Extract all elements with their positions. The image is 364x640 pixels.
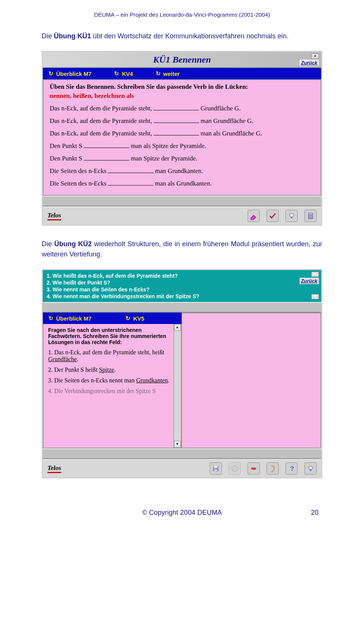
line-text: man Grundfläche G. — [201, 117, 253, 125]
list-item: 2. Der Punkt S heißt Spitze. — [48, 366, 176, 373]
svg-point-15 — [309, 466, 312, 470]
line-text: Den Punkt S — [50, 142, 82, 150]
para1-bold: Übung KÜ1 — [54, 32, 91, 40]
blank-input[interactable] — [84, 141, 129, 148]
list-item-cut: 4. Die Verbindungsstrecken mit der Spitz… — [48, 388, 176, 395]
eraser-icon[interactable] — [248, 210, 260, 222]
nav-bar: ↻Überblick M7 ↻KV4 ↻weiter — [43, 68, 321, 79]
toolbar: Telos — [43, 206, 321, 225]
nav-kv4[interactable]: ↻KV4 — [114, 71, 133, 77]
svg-point-5 — [310, 215, 311, 216]
app-title: KÜ1 Benennen — [153, 55, 211, 65]
back-link[interactable]: Zurück — [300, 278, 319, 284]
item-text: . — [168, 377, 169, 384]
scroll-up-icon[interactable]: ▴ — [311, 53, 319, 59]
refresh-icon: ↻ — [126, 316, 131, 321]
toolbar-2: Telos ? — [43, 459, 321, 477]
telos-logo: Telos — [47, 464, 61, 473]
svg-text:?: ? — [290, 465, 294, 472]
svg-rect-1 — [291, 217, 292, 219]
list-item: 3. Die Seiten des n-Ecks nennt man Grund… — [48, 377, 176, 384]
instruction-text-2: Fragen Sie nach den unterstrichenen Fach… — [48, 327, 176, 345]
lightbulb-icon[interactable] — [286, 210, 298, 222]
vertical-scrollbar[interactable]: ▴ ▾ — [174, 324, 181, 448]
scroll-down-icon[interactable]: ▾ — [311, 294, 319, 299]
blank-input[interactable] — [108, 179, 154, 186]
blank-input[interactable] — [154, 129, 199, 135]
para2-bold: Übung KÜ2 — [54, 240, 92, 248]
line-text: Das n-Eck, auf dem die Pyramide steht, — [50, 130, 152, 137]
window-ku1: KÜ1 Benennen ▴ Zurück ↻Überblick M7 ↻KV4… — [42, 51, 322, 226]
page-number: 20 — [303, 509, 318, 517]
scroll-up-icon[interactable]: ▴ — [174, 324, 181, 331]
check-icon[interactable] — [267, 210, 279, 222]
svg-point-6 — [311, 215, 312, 216]
help-icon[interactable]: ? — [286, 462, 298, 475]
scroll-up-icon[interactable]: ▴ — [311, 272, 319, 277]
lightbulb-icon[interactable] — [304, 462, 317, 475]
paragraph-1: Die Übung KÜ1 übt den Wortschatz der Kom… — [42, 31, 322, 41]
nav-kv5[interactable]: ↻KV5 — [126, 315, 144, 322]
teal-header: 1. Wie heißt das n-Eck, auf dem die Pyra… — [43, 270, 321, 302]
page-footer: © Copyright 2004 DEUMA 20 — [42, 509, 322, 517]
para1-after: übt den Wortschatz der Kommunikationsver… — [91, 32, 289, 40]
line-text: Den Punkt S — [50, 155, 82, 162]
svg-point-13 — [232, 466, 238, 472]
para2-before: Die — [42, 240, 54, 248]
svg-rect-16 — [310, 470, 311, 471]
blank-input[interactable] — [108, 166, 154, 173]
blank-input[interactable] — [154, 116, 199, 123]
hint-text: nennen, heißen, bezeichnen als — [50, 92, 314, 100]
titlebar: KÜ1 Benennen ▴ Zurück — [43, 52, 321, 68]
line-text: man als Grundfläche G. — [201, 130, 262, 137]
instruction-text: Üben Sie das Benennen. Schreiben Sie das… — [50, 83, 314, 91]
exercise-line-1: Das n-Eck, auf dem die Pyramide steht,Gr… — [50, 104, 314, 112]
line-text: man Grundkanten. — [155, 167, 203, 175]
answer-panel[interactable] — [182, 313, 322, 448]
line-text: man als Grundkanten. — [155, 180, 212, 187]
paragraph-2: Die Übung KÜ2 wiederholt Strukturen, die… — [42, 239, 322, 259]
exercise-left-panel: Fragen Sie nach den unterstrichenen Fach… — [43, 324, 182, 448]
copyright-text: © Copyright 2004 DEUMA — [61, 509, 303, 517]
item-text: 1. Das n-Eck, auf dem die Pyramide steht… — [48, 349, 164, 355]
header-q1: 1. Wie heißt das n-Eck, auf dem die Pyra… — [47, 273, 317, 279]
svg-rect-11 — [214, 466, 217, 468]
refresh-icon: ↻ — [49, 316, 54, 321]
blank-input[interactable] — [154, 104, 199, 110]
line-text: man als Spitze der Pyramide. — [131, 142, 206, 150]
telos-logo: Telos — [47, 212, 61, 220]
window-ku2: 1. Wie heißt das n-Eck, auf dem die Pyra… — [42, 269, 322, 478]
nav-overview-2[interactable]: ↻Überblick M7 — [49, 315, 91, 322]
svg-point-8 — [310, 217, 311, 218]
nav-weiter[interactable]: ↻weiter — [156, 71, 180, 77]
nav-bar-2: ↻Überblick M7 ↻KV5 — [43, 313, 182, 324]
header-q3: 3. Wie nennt man die Seiten des n-Ecks? — [47, 286, 317, 292]
exercise-line-6: Die Seiten des n-Ecksman Grundkanten. — [50, 166, 314, 175]
nav-overview[interactable]: ↻Überblick M7 — [49, 71, 91, 77]
svg-rect-12 — [214, 469, 217, 472]
blank-input[interactable] — [84, 154, 129, 160]
doc-header: DEUMA – ein Projekt des Leonardo-da-Vinc… — [42, 11, 322, 18]
line-text: Das n-Eck, auf dem die Pyramide steht, — [50, 117, 152, 125]
nav-overview-label: Überblick M7 — [56, 71, 91, 77]
list-item: 1. Das n-Eck, auf dem die Pyramide steht… — [48, 349, 176, 363]
line-text: Das n-Eck, auf dem die Pyramide steht, — [50, 105, 152, 112]
line-text: Die Seiten des n-Ecks — [50, 180, 107, 187]
underlined-term: Grundfäche — [48, 356, 77, 362]
lips-icon[interactable] — [248, 462, 260, 475]
exercise-line-3: Das n-Eck, auf dem die Pyramide steht,ma… — [50, 129, 314, 137]
underlined-term: Grundkanten — [136, 377, 168, 384]
audio-icon — [229, 462, 241, 475]
header-q2: 2. Wie heißt der Punkt S? — [47, 280, 317, 286]
scroll-down-icon[interactable]: ▾ — [174, 441, 181, 448]
ear-icon[interactable] — [267, 462, 279, 475]
exercise-line-7: Die Seiten des n-Ecksman als Grundkanten… — [50, 179, 314, 187]
back-link[interactable]: Zurück — [300, 60, 319, 66]
svg-point-9 — [311, 217, 312, 218]
save-icon[interactable] — [210, 462, 222, 475]
svg-rect-3 — [309, 214, 312, 215]
calculator-icon[interactable] — [304, 210, 317, 222]
exercise-line-2: Das n-Eck, auf dem die Pyramide steht,ma… — [50, 116, 314, 125]
exercise-line-5: Den Punkt Sman Spitze der Pyramide. — [50, 154, 314, 162]
line-text: Grundfläche G. — [201, 105, 241, 112]
